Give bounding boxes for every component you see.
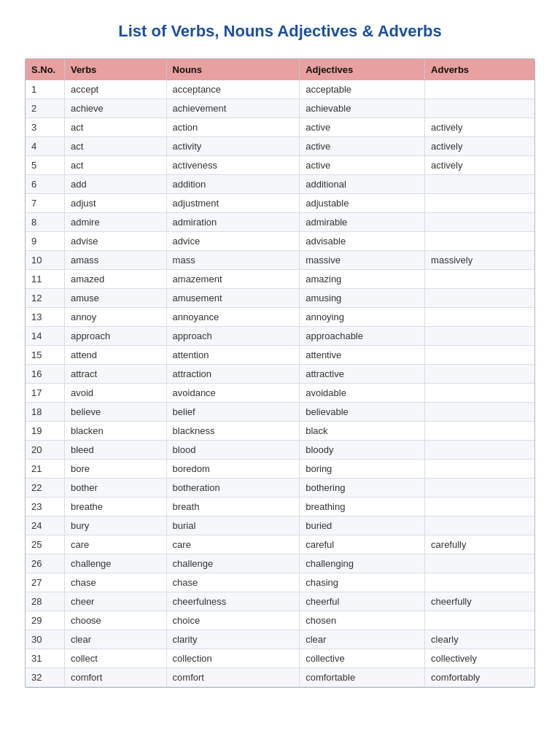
cell-adv: cheerfully [425,592,534,611]
cell-adv [425,99,534,118]
cell-adj: amazing [300,270,425,289]
cell-noun: clarity [166,630,300,649]
cell-noun: adjustment [166,194,300,213]
table-row: 24buryburialburied [26,516,534,535]
cell-adv [425,460,534,479]
cell-sno: 21 [26,460,64,479]
cell-verb: breathe [64,498,166,516]
cell-adj: attractive [300,365,425,384]
cell-noun: burial [166,516,300,535]
table-row: 23breathebreathbreathing [26,498,534,516]
table-header-row: S.No. Verbs Nouns Adjectives Adverbs [26,59,534,80]
cell-verb: avoid [64,384,166,403]
cell-sno: 17 [26,384,64,403]
cell-noun: breath [166,498,300,516]
cell-adj: approachable [300,327,425,346]
cell-sno: 22 [26,479,64,498]
cell-noun: mass [166,251,300,270]
table-row: 19blackenblacknessblack [26,422,534,441]
cell-sno: 19 [26,422,64,441]
table-body: 1acceptacceptanceacceptable2achieveachie… [26,80,534,687]
table-row: 6addadditionadditional [26,175,534,194]
cell-adj: breathing [300,498,425,516]
cell-adj: black [300,422,425,441]
cell-adv [425,554,534,573]
cell-adj: attentive [300,346,425,365]
cell-sno: 15 [26,346,64,365]
cell-noun: activity [166,137,300,156]
table-row: 11amazedamazementamazing [26,270,534,289]
cell-verb: cheer [64,592,166,611]
cell-verb: achieve [64,99,166,118]
cell-verb: act [64,137,166,156]
table-row: 3actactionactiveactively [26,118,534,137]
cell-noun: comfort [166,668,300,687]
cell-adv [425,232,534,251]
cell-adj: careful [300,535,425,554]
cell-sno: 12 [26,289,64,308]
table-row: 10amassmassmassivemassively [26,251,534,270]
cell-noun: acceptance [166,80,300,99]
cell-sno: 26 [26,554,64,573]
cell-adv: collectively [425,649,534,668]
cell-adv [425,611,534,630]
cell-noun: belief [166,403,300,422]
cell-adj: chasing [300,573,425,592]
table-row: 25carecarecarefulcarefully [26,535,534,554]
table-row: 4actactivityactiveactively [26,137,534,156]
cell-noun: chase [166,573,300,592]
table-row: 30clearclarityclearclearly [26,630,534,649]
cell-noun: attraction [166,365,300,384]
cell-adv [425,422,534,441]
cell-adv: actively [425,118,534,137]
cell-verb: care [64,535,166,554]
cell-sno: 11 [26,270,64,289]
cell-adv [425,365,534,384]
cell-noun: collection [166,649,300,668]
cell-sno: 7 [26,194,64,213]
cell-adv [425,289,534,308]
main-table-wrapper: S.No. Verbs Nouns Adjectives Adverbs 1ac… [25,58,535,688]
cell-adj: clear [300,630,425,649]
cell-verb: collect [64,649,166,668]
table-row: 2achieveachievementachievable [26,99,534,118]
cell-noun: approach [166,327,300,346]
cell-verb: bore [64,460,166,479]
cell-sno: 2 [26,99,64,118]
cell-adj: cheerful [300,592,425,611]
cell-noun: care [166,535,300,554]
table-row: 14approachapproachapproachable [26,327,534,346]
cell-noun: addition [166,175,300,194]
cell-sno: 30 [26,630,64,649]
cell-noun: blackness [166,422,300,441]
cell-verb: amuse [64,289,166,308]
cell-adj: additional [300,175,425,194]
cell-verb: add [64,175,166,194]
cell-adv [425,194,534,213]
cell-verb: bother [64,479,166,498]
table-row: 17avoidavoidanceavoidable [26,384,534,403]
table-row: 32comfortcomfortcomfortablecomfortably [26,668,534,687]
cell-adv [425,308,534,327]
cell-sno: 13 [26,308,64,327]
cell-adj: avoidable [300,384,425,403]
cell-verb: adjust [64,194,166,213]
cell-sno: 27 [26,573,64,592]
cell-verb: challenge [64,554,166,573]
table-row: 31collectcollectioncollectivecollectivel… [26,649,534,668]
cell-sno: 8 [26,213,64,232]
cell-sno: 18 [26,403,64,422]
cell-adv: massively [425,251,534,270]
cell-sno: 3 [26,118,64,137]
cell-adj: adjustable [300,194,425,213]
cell-verb: clear [64,630,166,649]
cell-verb: advise [64,232,166,251]
cell-adj: believable [300,403,425,422]
cell-adj: massive [300,251,425,270]
col-header-adv: Adverbs [425,59,534,80]
cell-noun: achievement [166,99,300,118]
cell-adj: achievable [300,99,425,118]
cell-adv [425,346,534,365]
cell-noun: botheration [166,479,300,498]
cell-adj: acceptable [300,80,425,99]
